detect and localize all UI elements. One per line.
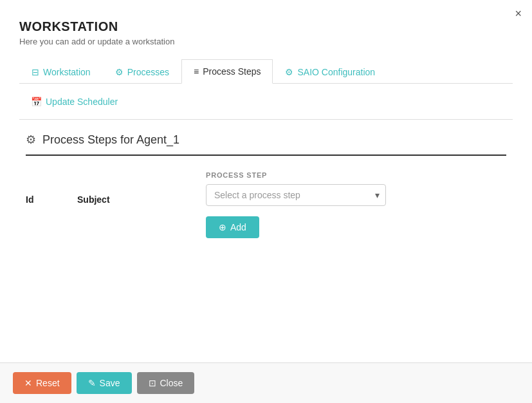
save-button[interactable]: ✎ Save xyxy=(77,372,132,394)
tab-saio-label: SAIO Configuration xyxy=(297,67,375,77)
select-wrapper: Select a process step ▾ xyxy=(206,184,386,206)
tab-scheduler-label: Update Scheduler xyxy=(46,97,118,107)
save-icon: ✎ xyxy=(88,378,96,388)
processes-tab-icon: ⚙ xyxy=(115,67,124,77)
add-label: Add xyxy=(230,222,246,232)
col-subject-header: Subject xyxy=(77,171,206,205)
close-label: Close xyxy=(160,378,183,388)
workstation-tab-icon: ⊟ xyxy=(32,67,39,77)
saio-tab-icon: ⚙ xyxy=(285,67,293,77)
tabs-row1: ⊟ Workstation ⚙ Processes ≡ Process Step… xyxy=(19,59,513,84)
close-icon: ⊡ xyxy=(149,378,156,388)
tab-workstation-label: Workstation xyxy=(43,67,91,77)
process-steps-tab-icon: ≡ xyxy=(194,66,199,77)
tab-workstation[interactable]: ⊟ Workstation xyxy=(19,59,103,84)
content-area: ⚙ Process Steps for Agent_1 Id Subject P… xyxy=(19,133,513,238)
close-button[interactable]: ⊡ Close xyxy=(137,372,195,394)
tab-process-steps-label: Process Steps xyxy=(203,66,261,77)
section-icon: ⚙ xyxy=(26,133,36,147)
section-header: ⚙ Process Steps for Agent_1 xyxy=(26,133,506,156)
close-x-button[interactable]: × xyxy=(515,8,522,19)
modal-title: WORKSTATION xyxy=(19,19,513,34)
modal: × WORKSTATION Here you can add or update… xyxy=(0,0,532,403)
tab-processes[interactable]: ⚙ Processes xyxy=(103,59,181,84)
tabs-row2: 📅 Update Scheduler xyxy=(19,84,513,120)
col-id-header: Id xyxy=(26,171,77,205)
reset-label: Reset xyxy=(36,378,60,388)
add-icon: ⊕ xyxy=(219,222,226,232)
col-process-step: PROCESS STEP Select a process step ▾ ⊕ A… xyxy=(206,171,506,238)
tab-processes-label: Processes xyxy=(127,67,169,77)
scheduler-tab-icon: 📅 xyxy=(31,97,42,107)
tab-process-steps[interactable]: ≡ Process Steps xyxy=(181,59,273,84)
process-step-label: PROCESS STEP xyxy=(206,171,506,179)
footer: ✕ Reset ✎ Save ⊡ Close xyxy=(0,362,532,403)
tab-update-scheduler[interactable]: 📅 Update Scheduler xyxy=(19,90,513,113)
table-header-row: Id Subject PROCESS STEP Select a process… xyxy=(26,171,506,238)
add-button[interactable]: ⊕ Add xyxy=(206,216,259,238)
modal-subtitle: Here you can add or update a workstation xyxy=(19,37,513,46)
tab-saio-config[interactable]: ⚙ SAIO Configuration xyxy=(273,59,387,84)
section-title: Process Steps for Agent_1 xyxy=(42,133,179,147)
process-step-select[interactable]: Select a process step xyxy=(206,184,386,206)
reset-button[interactable]: ✕ Reset xyxy=(13,372,71,394)
save-label: Save xyxy=(100,378,120,388)
reset-icon: ✕ xyxy=(24,378,32,388)
